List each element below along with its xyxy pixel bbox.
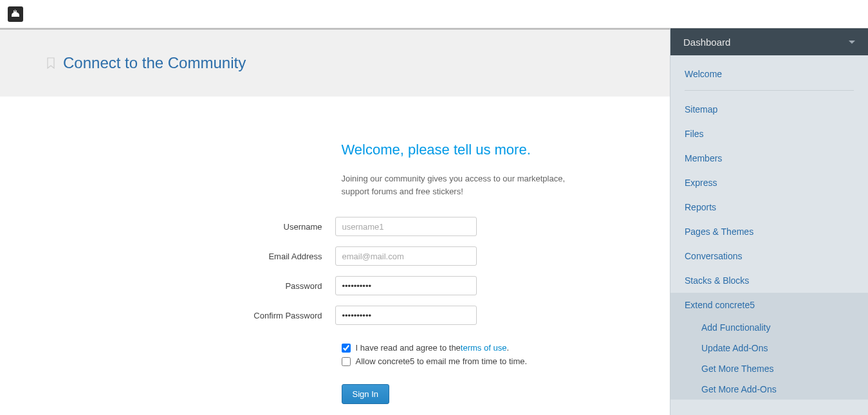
sidebar-sub-update-addons[interactable]: Update Add-Ons [701, 338, 868, 358]
sidebar-item-stacks-blocks[interactable]: Stacks & Blocks [670, 268, 868, 293]
terms-checkbox[interactable] [342, 344, 351, 353]
username-label: Username [91, 222, 335, 232]
confirm-password-input[interactable] [335, 306, 477, 325]
sidebar-sub-add-functionality[interactable]: Add Functionality [701, 317, 868, 338]
confirm-password-label: Confirm Password [91, 311, 335, 320]
page-title: Connect to the Community [63, 54, 246, 72]
sidebar-item-pages-themes[interactable]: Pages & Themes [670, 219, 868, 244]
sidebar-item-sitemap[interactable]: Sitemap [670, 97, 868, 122]
email-opt-checkbox[interactable] [342, 357, 351, 366]
chevron-down-icon [849, 41, 855, 44]
sidebar-title: Dashboard [683, 37, 730, 48]
password-input[interactable] [335, 276, 477, 295]
app-logo[interactable] [8, 6, 23, 22]
sidebar-header[interactable]: Dashboard [670, 28, 868, 55]
sidebar-item-extend[interactable]: Extend concrete5 [670, 293, 868, 317]
sidebar-item-express[interactable]: Express [670, 171, 868, 195]
email-input[interactable] [335, 246, 477, 266]
sign-in-button[interactable]: Sign In [342, 384, 389, 404]
sidebar-item-files[interactable]: Files [670, 122, 868, 146]
sidebar-item-welcome[interactable]: Welcome [670, 62, 868, 86]
sidebar-item-reports[interactable]: Reports [670, 195, 868, 219]
email-opt-label: Allow concrete5 to email me from time to… [356, 356, 528, 366]
email-label: Email Address [91, 252, 335, 261]
sidebar-sub-get-themes[interactable]: Get More Themes [701, 358, 868, 379]
sidebar-item-members[interactable]: Members [670, 146, 868, 171]
sidebar-sub-get-addons[interactable]: Get More Add-Ons [701, 379, 868, 400]
welcome-lead: Joining our community gives you access t… [342, 172, 573, 198]
username-input[interactable] [335, 217, 477, 236]
dashboard-sidebar: Dashboard Welcome Sitemap Files Members … [670, 28, 868, 415]
terms-text-suffix: . [506, 343, 509, 353]
terms-text-prefix: I have read and agree to the [356, 343, 461, 353]
password-label: Password [91, 281, 335, 291]
terms-link[interactable]: terms of use [461, 343, 507, 353]
sidebar-item-conversations[interactable]: Conversations [670, 244, 868, 268]
welcome-heading: Welcome, please tell us more. [342, 142, 580, 158]
sidebar-divider [685, 90, 854, 91]
bookmark-icon [46, 57, 55, 69]
